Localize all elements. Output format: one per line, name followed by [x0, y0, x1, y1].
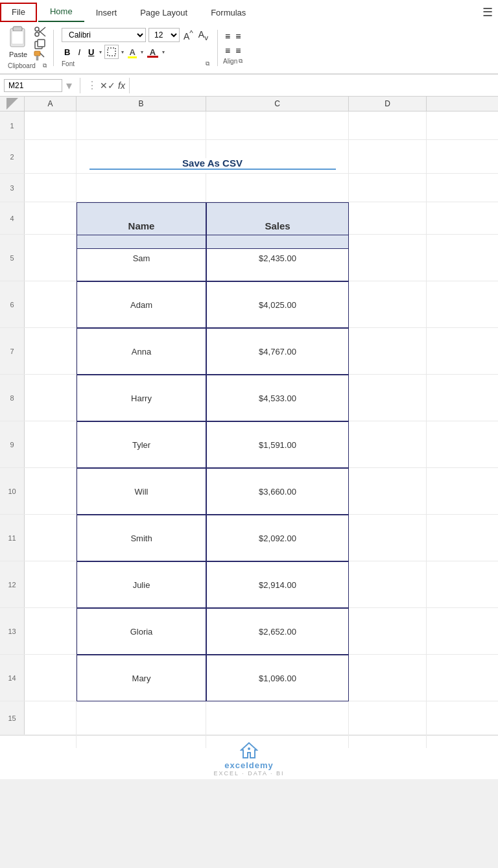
- cell-b15[interactable]: [77, 701, 206, 748]
- cell-b7[interactable]: Anna: [77, 328, 206, 375]
- border-button[interactable]: [104, 45, 119, 59]
- cell-a5[interactable]: [25, 235, 77, 281]
- row-num-15: 15: [0, 701, 25, 734]
- cell-d7[interactable]: [349, 328, 427, 375]
- cell-d12[interactable]: [349, 561, 427, 608]
- cell-b10[interactable]: Will: [77, 468, 206, 515]
- cell-b8[interactable]: Harry: [77, 375, 206, 421]
- cell-d9[interactable]: [349, 421, 427, 468]
- cell-c12[interactable]: $2,914.00: [206, 561, 349, 608]
- font-color-button[interactable]: A: [146, 47, 160, 58]
- row-num-8: 8: [0, 375, 25, 421]
- cell-a13[interactable]: [25, 608, 77, 655]
- cell-b11[interactable]: Smith: [77, 515, 206, 561]
- table-row: 10 Will $3,660.00: [0, 468, 498, 515]
- cell-c14[interactable]: $1,096.00: [206, 655, 349, 701]
- scissors-icon: [34, 26, 47, 38]
- italic-button[interactable]: I: [75, 47, 83, 58]
- svg-rect-10: [36, 56, 38, 60]
- tab-page-layout[interactable]: Page Layout: [128, 4, 199, 22]
- cell-a9[interactable]: [25, 421, 77, 468]
- row-num-header: [0, 97, 25, 111]
- clipboard-expand-icon[interactable]: ⧉: [43, 62, 47, 69]
- cell-b9[interactable]: Tyler: [77, 421, 206, 468]
- highlight-color-button[interactable]: A: [126, 45, 137, 58]
- alignment-expand-icon[interactable]: ⧉: [239, 58, 243, 65]
- cell-c9[interactable]: $1,591.00: [206, 421, 349, 468]
- cell-a7[interactable]: [25, 328, 77, 375]
- cell-b5[interactable]: Sam: [77, 235, 206, 281]
- cell-d11[interactable]: [349, 515, 427, 561]
- cell-a10[interactable]: [25, 468, 77, 515]
- tab-home[interactable]: Home: [38, 3, 84, 22]
- row-num-2: 2: [0, 140, 25, 173]
- col-header-b[interactable]: B: [77, 97, 206, 111]
- decrease-font-size-button[interactable]: Av: [197, 29, 209, 41]
- format-painter-button[interactable]: [34, 51, 47, 61]
- table-row: 2 Save As CSV: [0, 140, 498, 174]
- highlight-dropdown-arrow[interactable]: ▾: [141, 49, 143, 55]
- cell-a12[interactable]: [25, 561, 77, 608]
- cell-d14[interactable]: [349, 655, 427, 701]
- alignment-label: Align: [223, 58, 237, 65]
- align-middle-button[interactable]: ≡: [233, 30, 243, 42]
- cell-b14[interactable]: Mary: [77, 655, 206, 701]
- font-expand-icon[interactable]: ⧉: [206, 60, 209, 67]
- cell-b13[interactable]: Gloria: [77, 608, 206, 655]
- name-box[interactable]: [4, 79, 62, 92]
- underline-button[interactable]: U: [86, 47, 97, 58]
- cell-c6[interactable]: $4,025.00: [206, 281, 349, 328]
- tab-insert[interactable]: Insert: [84, 4, 129, 22]
- cell-d8[interactable]: [349, 375, 427, 421]
- copy-icon: [34, 39, 47, 49]
- ribbon-collapse-icon[interactable]: ☰: [477, 3, 498, 22]
- cell-c7[interactable]: $4,767.00: [206, 328, 349, 375]
- table-row: 4 Name Sales: [0, 202, 498, 235]
- name-box-dropdown[interactable]: ▾: [66, 78, 72, 93]
- row-num-12: 12: [0, 561, 25, 607]
- cell-d6[interactable]: [349, 281, 427, 328]
- cell-d5[interactable]: [349, 235, 427, 281]
- tab-formulas[interactable]: Formulas: [199, 4, 257, 22]
- col-header-a[interactable]: A: [25, 97, 77, 111]
- row-num-13: 13: [0, 608, 25, 654]
- border-dropdown-arrow[interactable]: ▾: [121, 49, 124, 55]
- cell-c13[interactable]: $2,652.00: [206, 608, 349, 655]
- cell-b12[interactable]: Julie: [77, 561, 206, 608]
- select-all-icon[interactable]: [6, 98, 18, 110]
- cell-a6[interactable]: [25, 281, 77, 328]
- cell-d15[interactable]: [349, 701, 427, 748]
- bold-button[interactable]: B: [62, 47, 73, 58]
- alignment-group: ≡ ≡ ≡ ≡ Align ⧉: [220, 29, 245, 66]
- cell-d13[interactable]: [349, 608, 427, 655]
- col-header-d[interactable]: D: [349, 97, 427, 111]
- font-color-dropdown-arrow[interactable]: ▾: [162, 49, 165, 55]
- cell-c5[interactable]: $2,435.00: [206, 235, 349, 281]
- align-center-button[interactable]: ≡: [233, 45, 243, 56]
- cell-c8[interactable]: $4,533.00: [206, 375, 349, 421]
- align-top-button[interactable]: ≡: [223, 30, 232, 42]
- cell-b6[interactable]: Adam: [77, 281, 206, 328]
- tab-file[interactable]: File: [0, 3, 37, 22]
- formula-sep-1: [80, 78, 80, 93]
- align-left-button[interactable]: ≡: [223, 45, 232, 56]
- col-header-c[interactable]: C: [206, 97, 349, 111]
- cell-a14[interactable]: [25, 655, 77, 701]
- cell-c10[interactable]: $3,660.00: [206, 468, 349, 515]
- cell-a15[interactable]: [25, 701, 77, 748]
- font-size-select[interactable]: 12: [148, 28, 180, 42]
- formula-dots[interactable]: ⋮: [87, 79, 97, 91]
- cell-d10[interactable]: [349, 468, 427, 515]
- paste-button[interactable]: Paste: [8, 26, 29, 61]
- cell-c11[interactable]: $2,092.00: [206, 515, 349, 561]
- cut-button[interactable]: [34, 26, 47, 38]
- cell-a11[interactable]: [25, 515, 77, 561]
- underline-dropdown-arrow[interactable]: ▾: [99, 49, 102, 55]
- formula-confirm-button[interactable]: ✓: [108, 80, 115, 91]
- font-name-select[interactable]: Calibri: [62, 28, 146, 42]
- spreadsheet-title: Save As CSV: [89, 158, 336, 169]
- copy-button[interactable]: [34, 39, 47, 49]
- formula-cancel-button[interactable]: ✕: [100, 80, 108, 91]
- increase-font-size-button[interactable]: A^: [182, 29, 195, 41]
- cell-a8[interactable]: [25, 375, 77, 421]
